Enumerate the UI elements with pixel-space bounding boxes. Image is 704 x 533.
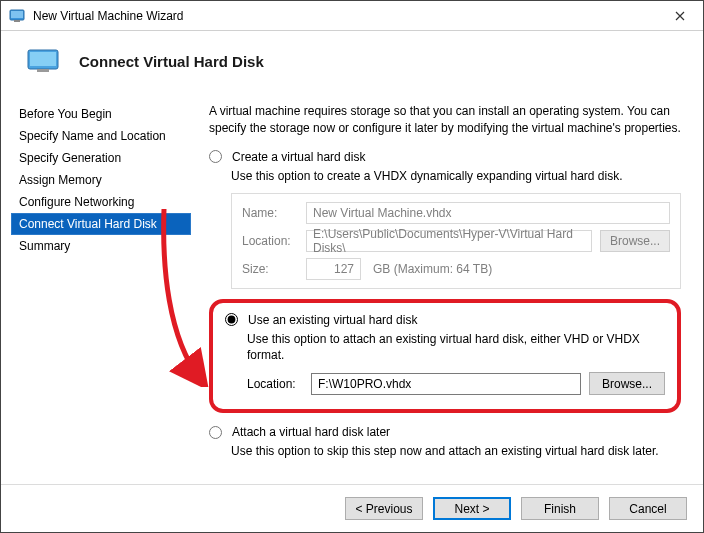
intro-text: A virtual machine requires storage so th… — [209, 103, 681, 138]
wizard-content: A virtual machine requires storage so th… — [191, 87, 693, 484]
option-create-desc: Use this option to create a VHDX dynamic… — [231, 168, 681, 185]
page-title: Connect Virtual Hard Disk — [79, 53, 264, 70]
finish-button[interactable]: Finish — [521, 497, 599, 520]
existing-location-input[interactable] — [311, 373, 581, 395]
wizard-window: New Virtual Machine Wizard Connect Virtu… — [0, 0, 704, 533]
option-use-existing-highlight: Use an existing virtual hard disk Use th… — [209, 299, 681, 414]
create-location-input: E:\Users\Public\Documents\Hyper-V\Virtua… — [306, 230, 592, 252]
step-specify-generation[interactable]: Specify Generation — [11, 147, 191, 169]
create-name-label: Name: — [242, 206, 298, 220]
radio-attach-later[interactable] — [209, 426, 222, 439]
previous-button[interactable]: < Previous — [345, 497, 423, 520]
next-button[interactable]: Next > — [433, 497, 511, 520]
close-button[interactable] — [657, 1, 703, 31]
svg-rect-2 — [14, 20, 20, 22]
radio-create-vhd-label: Create a virtual hard disk — [232, 150, 365, 164]
wizard-steps-sidebar: Before You Begin Specify Name and Locati… — [11, 87, 191, 484]
wizard-body: Before You Begin Specify Name and Locati… — [1, 87, 703, 484]
option-attach-later: Attach a virtual hard disk later Use thi… — [209, 425, 681, 460]
svg-rect-1 — [11, 11, 23, 18]
cancel-button[interactable]: Cancel — [609, 497, 687, 520]
radio-create-vhd[interactable] — [209, 150, 222, 163]
wizard-icon — [27, 49, 59, 73]
step-configure-networking[interactable]: Configure Networking — [11, 191, 191, 213]
step-before-you-begin[interactable]: Before You Begin — [11, 103, 191, 125]
option-later-desc: Use this option to skip this step now an… — [231, 443, 681, 460]
existing-location-label: Location: — [247, 377, 303, 391]
create-size-unit: GB (Maximum: 64 TB) — [373, 262, 492, 276]
step-assign-memory[interactable]: Assign Memory — [11, 169, 191, 191]
existing-browse-button[interactable]: Browse... — [589, 372, 665, 395]
step-specify-name[interactable]: Specify Name and Location — [11, 125, 191, 147]
radio-use-existing[interactable] — [225, 313, 238, 326]
svg-rect-5 — [37, 69, 49, 72]
option-existing-desc: Use this option to attach an existing vi… — [247, 331, 665, 365]
radio-attach-later-label: Attach a virtual hard disk later — [232, 425, 390, 439]
radio-use-existing-label: Use an existing virtual hard disk — [248, 313, 417, 327]
create-size-input: 127 — [306, 258, 361, 280]
step-summary[interactable]: Summary — [11, 235, 191, 257]
step-connect-vhd[interactable]: Connect Virtual Hard Disk — [11, 213, 191, 235]
wizard-header: Connect Virtual Hard Disk — [1, 31, 703, 87]
app-icon — [9, 8, 25, 24]
wizard-footer: < Previous Next > Finish Cancel — [1, 484, 703, 532]
create-browse-button: Browse... — [600, 230, 670, 252]
create-location-label: Location: — [242, 234, 298, 248]
create-vhd-fieldset: Name: New Virtual Machine.vhdx Location:… — [231, 193, 681, 289]
svg-rect-4 — [30, 52, 56, 66]
option-create-vhd: Create a virtual hard disk Use this opti… — [209, 150, 681, 289]
titlebar: New Virtual Machine Wizard — [1, 1, 703, 31]
create-name-input: New Virtual Machine.vhdx — [306, 202, 670, 224]
window-title: New Virtual Machine Wizard — [33, 9, 657, 23]
create-size-label: Size: — [242, 262, 298, 276]
